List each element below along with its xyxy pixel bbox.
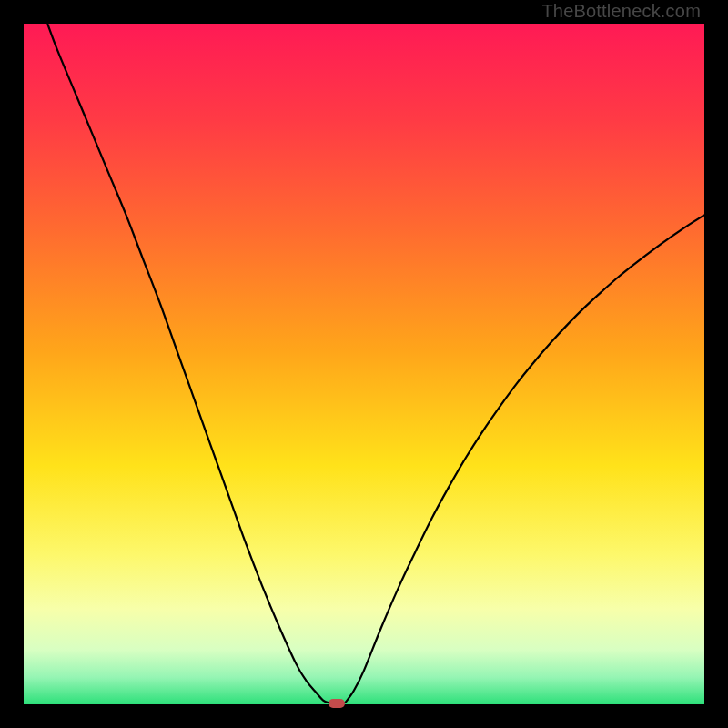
plot-area bbox=[24, 24, 704, 704]
curve-right bbox=[345, 215, 704, 703]
watermark: TheBottleneck.com bbox=[541, 1, 701, 22]
curve-svg bbox=[24, 24, 704, 704]
chart-root: TheBottleneck.com bbox=[0, 0, 728, 728]
optimal-point-marker bbox=[329, 699, 345, 708]
curve-left bbox=[47, 24, 345, 703]
